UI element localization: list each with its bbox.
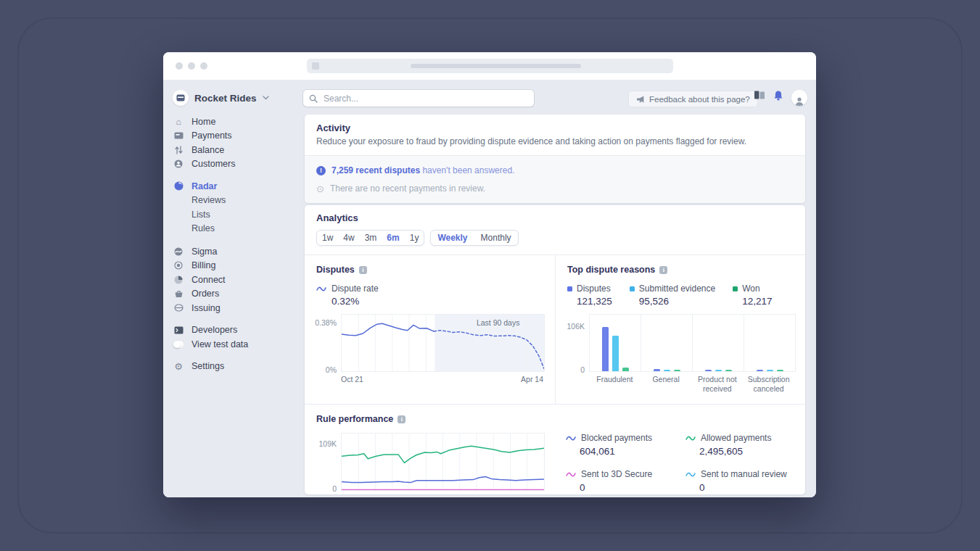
window-control-dot xyxy=(176,62,183,70)
payments-icon xyxy=(173,132,184,139)
sidebar: ⌂ Home Payments Balance Customers Radar … xyxy=(173,115,303,373)
window-control-dot xyxy=(188,62,195,70)
alert-emphasis: 7,259 recent disputes xyxy=(332,165,420,175)
search-input[interactable] xyxy=(322,93,528,104)
won-total: 12,217 xyxy=(742,296,772,307)
sidebar-item-connect[interactable]: Connect xyxy=(173,273,303,287)
orders-icon xyxy=(173,290,184,298)
chart-plot: Last 90 days xyxy=(341,314,545,372)
rule-performance-chart: 109K0 Oct 21Apr 14 xyxy=(316,433,543,494)
legend-submitted-evidence: Submitted evidence 95,526 xyxy=(630,283,715,307)
sidebar-item-view-test-data[interactable]: View test data xyxy=(173,337,303,352)
submitted-evidence-total: 95,526 xyxy=(639,296,715,307)
window-controls xyxy=(176,62,207,70)
activity-description: Reduce your exposure to fraud by providi… xyxy=(316,136,794,146)
analytics-card: Analytics 1w 4w 3m 6m 1y Weekly Monthly xyxy=(305,205,805,494)
alert-disputes[interactable]: ! 7,259 recent disputes haven't been ans… xyxy=(316,165,794,175)
range-3m[interactable]: 3m xyxy=(360,231,382,245)
chart-plot xyxy=(589,314,796,372)
profile-button[interactable] xyxy=(791,90,807,106)
info-icon[interactable]: i xyxy=(659,266,667,274)
submitted-evidence-swatch xyxy=(630,286,635,291)
stat-manual-review: Sent to manual review 0 xyxy=(685,469,805,493)
sidebar-item-lists[interactable]: Lists xyxy=(173,207,303,222)
dispute-rate-label: Dispute rate xyxy=(332,283,379,294)
stat-3d-secure: Sent to 3D Secure 0 xyxy=(566,469,685,493)
charts-row: Disputes i Dispute rate 0.32% 0.38%0% La… xyxy=(305,254,805,404)
sidebar-item-balance[interactable]: Balance xyxy=(173,143,303,157)
gear-icon: ⚙ xyxy=(173,362,184,371)
stat-blocked-payments: Blocked payments 604,061 xyxy=(566,433,685,457)
range-1w[interactable]: 1w xyxy=(317,231,338,245)
granularity-weekly[interactable]: Weekly xyxy=(431,231,474,245)
svg-text:Last 90 days: Last 90 days xyxy=(477,318,520,327)
bell-icon xyxy=(773,90,784,102)
sidebar-item-rules[interactable]: Rules xyxy=(173,222,303,236)
range-selector: 1w 4w 3m 6m 1y xyxy=(316,230,424,246)
dispute-rate-chart: 0.38%0% Last 90 days Oct 21Apr 14 xyxy=(316,314,543,384)
dispute-rate-legend: Dispute rate xyxy=(316,283,543,294)
sidebar-item-developers[interactable]: Developers xyxy=(173,323,303,338)
browser-chrome xyxy=(163,52,816,80)
range-1y[interactable]: 1y xyxy=(405,231,424,245)
balance-icon xyxy=(173,146,184,154)
issuing-icon xyxy=(173,304,184,312)
search-icon xyxy=(309,94,318,103)
sidebar-item-reviews[interactable]: Reviews xyxy=(173,194,303,208)
search-box[interactable] xyxy=(303,90,534,107)
feedback-button[interactable]: Feedback about this page? xyxy=(628,91,758,107)
window-control-dot xyxy=(200,62,207,70)
range-6m[interactable]: 6m xyxy=(382,231,404,245)
test-data-toggle[interactable] xyxy=(173,340,184,349)
sidebar-item-home[interactable]: ⌂ Home xyxy=(173,115,303,129)
developers-icon xyxy=(173,326,184,334)
y-axis-labels: 0.38%0% xyxy=(316,314,341,370)
sidebar-item-customers[interactable]: Customers xyxy=(173,157,303,172)
squiggle-icon xyxy=(316,286,326,292)
alert-rest: haven't been answered. xyxy=(420,165,514,175)
alert-icon: ! xyxy=(316,166,326,175)
chevron-down-icon xyxy=(263,96,269,100)
sidebar-item-payments[interactable]: Payments xyxy=(173,129,303,144)
feedback-label: Feedback about this page? xyxy=(649,95,750,104)
analytics-title: Analytics xyxy=(316,212,794,223)
docs-button[interactable] xyxy=(754,90,765,102)
favicon-placeholder xyxy=(312,62,319,70)
x-axis-labels: Oct 21Apr 14 xyxy=(341,375,543,384)
range-4w[interactable]: 4w xyxy=(338,231,359,245)
alert-reviews: ⊙ There are no recent payments in review… xyxy=(316,183,794,194)
customers-icon xyxy=(173,160,184,168)
y-axis-labels: 109K0 xyxy=(316,433,341,489)
sidebar-item-billing[interactable]: Billing xyxy=(173,259,303,273)
sigma-icon xyxy=(173,247,184,256)
billing-icon xyxy=(173,261,184,270)
url-placeholder xyxy=(411,64,581,68)
category-labels: FraudulentGeneralProduct not receivedSub… xyxy=(589,375,794,394)
activity-alerts: ! 7,259 recent disputes haven't been ans… xyxy=(305,155,805,203)
sidebar-item-issuing[interactable]: Issuing xyxy=(173,301,303,315)
bar-legend: Disputes 121,325 Submitted evidence 95,5… xyxy=(567,283,794,307)
dispute-rate-value: 0.32% xyxy=(332,296,543,307)
rule-performance-panel: Rule performance i 109K0 Oct 21Apr 14 Bl… xyxy=(305,404,805,494)
address-bar xyxy=(307,59,673,73)
granularity-monthly[interactable]: Monthly xyxy=(474,231,518,245)
rule-performance-title: Rule performance xyxy=(316,414,393,424)
y-axis-labels: 106K0 xyxy=(567,314,589,370)
won-swatch xyxy=(733,286,738,291)
squiggle-icon xyxy=(566,435,576,442)
disputes-panel: Disputes i Dispute rate 0.32% 0.38%0% La… xyxy=(305,255,555,404)
stat-allowed-payments: Allowed payments 2,495,605 xyxy=(685,433,805,457)
info-icon[interactable]: i xyxy=(398,415,405,423)
sidebar-item-orders[interactable]: Orders xyxy=(173,287,303,302)
alert-text: There are no recent payments in review. xyxy=(330,183,485,194)
book-icon xyxy=(754,90,765,100)
info-icon[interactable]: i xyxy=(359,266,367,274)
dashboard-app: Rocket Rides Feedback about this page? 1 xyxy=(163,80,816,497)
sidebar-item-sigma[interactable]: Sigma xyxy=(173,244,303,259)
sidebar-item-settings[interactable]: ⚙ Settings xyxy=(173,360,303,374)
granularity-selector: Weekly Monthly xyxy=(430,230,518,246)
sidebar-item-radar[interactable]: Radar xyxy=(173,179,303,194)
dispute-reasons-chart: 106K0 FraudulentGeneralProduct not recei… xyxy=(567,314,794,394)
account-switcher[interactable]: Rocket Rides xyxy=(173,90,269,106)
disputes-total: 121,325 xyxy=(577,296,612,307)
